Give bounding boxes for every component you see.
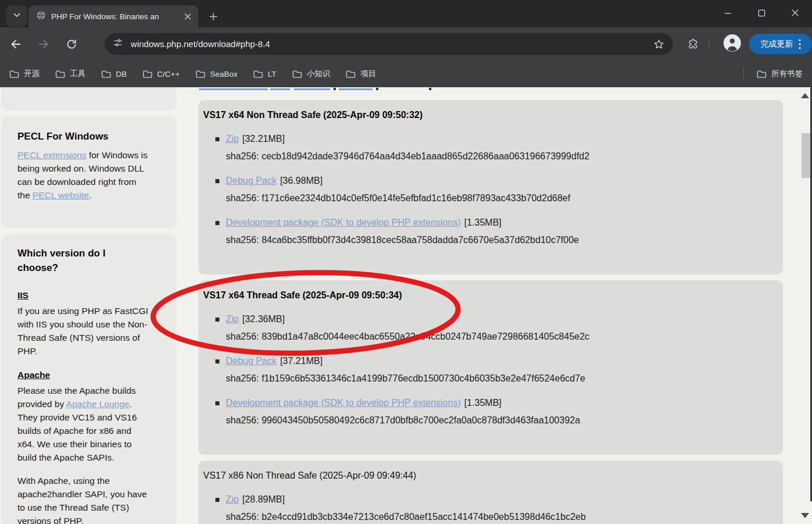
download-item: Zip [32.36MB] sha256: 839bd1a47a8c0044ee… [215, 314, 771, 342]
download-item: Development package (SDK to develop PHP … [215, 398, 771, 426]
bookmark-star-icon[interactable] [653, 38, 665, 50]
page-content: PECL For Windows PECL extensions for Win… [0, 87, 812, 524]
scrollbar-thumb[interactable] [802, 133, 810, 178]
forward-button[interactable] [37, 38, 50, 51]
bookmark-folder-kaiyuan[interactable]: 开源 [9, 69, 40, 79]
address-bar[interactable]: windows.php.net/download#php-8.4 [105, 33, 673, 55]
maximize-button[interactable] [744, 0, 778, 26]
folder-icon [143, 70, 153, 79]
section-heading: VS17 x86 Non Thread Safe (2025-Apr-09 09… [203, 470, 771, 482]
bookmark-folder-xiaozhishi[interactable]: 小知识 [292, 69, 331, 79]
kebab-menu-icon [799, 39, 801, 49]
minimize-button[interactable] [711, 0, 744, 26]
download-section-vs17-x64-ts: VS17 x64 Thread Safe (2025-Apr-09 09:50:… [198, 280, 783, 455]
forward-arrow-icon [37, 38, 50, 51]
debug-pack-link[interactable]: Debug Pack [226, 176, 276, 186]
close-window-button[interactable] [778, 0, 812, 26]
sha256-text: sha256: 84ca6bc35ffbb0f73d4c39818cec58aa… [226, 235, 771, 245]
download-item: Zip [28.89MB] sha256: b2e4ccd91db3cb334e… [215, 494, 771, 522]
download-section-vs17-x86-nts: VS17 x86 Non Thread Safe (2025-Apr-09 09… [198, 461, 783, 524]
folder-icon [346, 70, 356, 79]
bookmark-folder-xiangmu[interactable]: 项目 [346, 69, 376, 79]
person-icon [724, 34, 741, 52]
bookmark-folder-seabox[interactable]: SeaBox [196, 70, 237, 79]
bullet-square-icon [215, 137, 219, 141]
bullet-square-icon [215, 221, 219, 225]
sha256-text: sha256: b2e4ccd91db3cb334e7213ce6d7c80ae… [226, 512, 771, 522]
development-package-link[interactable]: Development package (SDK to develop PHP … [226, 398, 460, 408]
bookmarks-separator [743, 68, 744, 80]
titlebar: PHP For Windows: Binaries an [0, 0, 812, 27]
bullet-square-icon [215, 498, 219, 502]
download-section-vs17-x64-nts: VS17 x64 Non Thread Safe (2025-Apr-09 09… [198, 100, 783, 275]
download-item: Development package (SDK to develop PHP … [215, 218, 771, 245]
sha256-text: sha256: 996043450b50580492c6c8717d0bfb8c… [226, 415, 771, 426]
scrollbar-up-arrow[interactable] [801, 93, 809, 98]
all-bookmarks-button[interactable]: 所有书签 [757, 69, 803, 79]
folder-icon [196, 70, 205, 79]
back-button[interactable] [9, 38, 22, 51]
download-item: Debug Pack [36.98MB] sha256: f171c6ee232… [215, 176, 771, 204]
folder-icon [101, 70, 111, 79]
plus-icon [208, 11, 219, 22]
download-size: [1.35MB] [464, 398, 501, 408]
bullet-square-icon [215, 318, 219, 322]
profile-avatar[interactable] [724, 34, 741, 54]
apache-heading: Apache [17, 370, 50, 380]
debug-pack-link[interactable]: Debug Pack [226, 356, 276, 366]
pecl-extensions-link[interactable]: PECL extensions [17, 150, 86, 160]
iis-paragraph: If you are using PHP as FastCGI with IIS… [17, 304, 162, 358]
section-heading: VS17 x64 Thread Safe (2025-Apr-09 09:50:… [203, 290, 771, 301]
tab-title-fade [165, 12, 181, 21]
update-chrome-button[interactable]: 完成更新 [749, 34, 812, 54]
tab-title: PHP For Windows: Binaries an [51, 12, 181, 21]
zip-download-link[interactable]: Zip [226, 494, 239, 505]
sha256-text: sha256: cecb18d942dade37946d764aa4d34eb1… [226, 151, 771, 162]
url-text[interactable]: windows.php.net/download#php-8.4 [131, 39, 654, 49]
zip-download-link[interactable]: Zip [226, 134, 239, 144]
bookmark-folder-db[interactable]: DB [101, 70, 127, 79]
sidebar-box-which-version: Which version do I choose? IIS If you ar… [2, 234, 176, 524]
back-arrow-icon [9, 38, 22, 51]
extensions-button[interactable] [687, 38, 700, 50]
download-size: [1.35MB] [464, 218, 501, 228]
download-size: [36.98MB] [280, 176, 322, 186]
development-package-link[interactable]: Development package (SDK to develop PHP … [226, 218, 460, 228]
zip-download-link-ts[interactable]: Zip [226, 314, 239, 325]
apache-paragraph: Please use the Apache builds provided by… [17, 384, 162, 464]
globe-favicon-icon [36, 10, 46, 23]
bookmark-folder-cpp[interactable]: C/C++ [143, 70, 180, 79]
bullet-square-icon [215, 359, 219, 363]
folder-icon [292, 70, 302, 79]
pecl-heading: PECL For Windows [17, 129, 162, 144]
sha256-text: sha256: f1b159c6b53361346c1a4199b776ecdb… [226, 373, 771, 384]
bookmark-folder-lt[interactable]: LT [253, 70, 276, 79]
puzzle-icon [687, 38, 700, 50]
bookmark-folder-gongju[interactable]: 工具 [55, 69, 86, 79]
download-size: [32.21MB] [242, 134, 285, 144]
bullet-square-icon [215, 179, 219, 183]
iis-heading: IIS [17, 290, 29, 301]
download-size: [37.21MB] [280, 356, 322, 366]
update-button-label: 完成更新 [761, 39, 793, 49]
which-version-heading: Which version do I choose? [17, 246, 162, 275]
new-tab-button[interactable] [205, 8, 221, 24]
bookmarks-bar: 开源 工具 DB C/C++ SeaBox LT 小知识 项目 所有书签 [0, 60, 812, 87]
window-controls [711, 0, 812, 27]
reload-icon [66, 38, 77, 50]
close-icon [791, 9, 799, 17]
folder-icon [55, 70, 65, 79]
maximize-icon [758, 9, 765, 17]
pecl-website-link[interactable]: PECL website [33, 190, 89, 200]
browser-tab[interactable]: PHP For Windows: Binaries an [29, 5, 198, 27]
download-item: Debug Pack [37.21MB] sha256: f1b159c6b53… [215, 356, 771, 384]
folder-icon [757, 70, 767, 79]
scrollbar-down-arrow[interactable] [801, 513, 809, 518]
tab-close-icon[interactable] [181, 10, 194, 23]
tune-icon[interactable] [113, 38, 123, 50]
tab-search-button[interactable] [6, 5, 27, 27]
pecl-paragraph: PECL extensions for Windows is being wor… [17, 148, 162, 202]
sha256-text: sha256: 839bd1a47a8c0044eec4bac6550a22a9… [226, 331, 771, 342]
apache-lounge-link[interactable]: Apache Lounge [66, 399, 130, 409]
reload-button[interactable] [65, 38, 78, 50]
